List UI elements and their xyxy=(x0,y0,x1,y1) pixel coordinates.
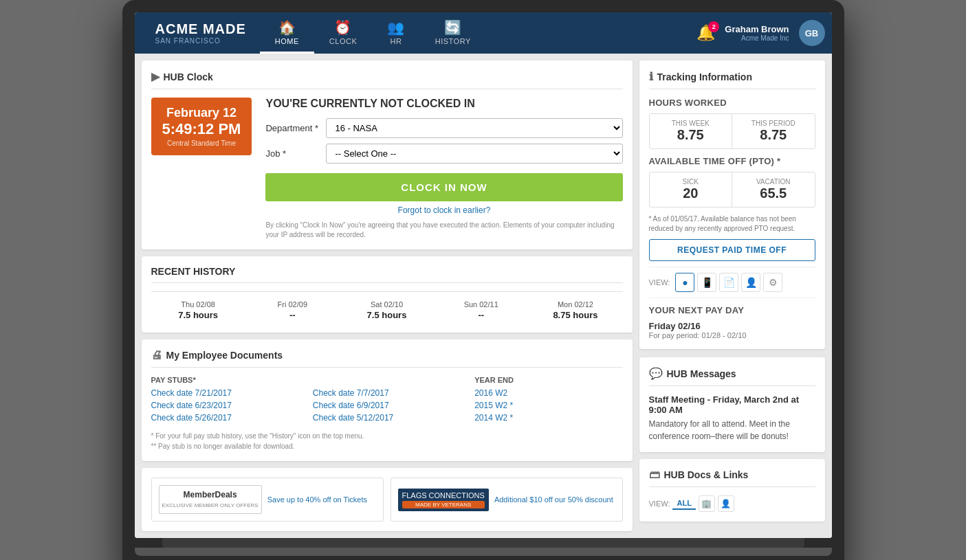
hub-docs-person-btn[interactable]: 👤 xyxy=(718,495,734,512)
docs-icon: 🗃 xyxy=(649,469,660,481)
tracking-label: Tracking Information xyxy=(657,71,752,82)
job-label: Job * xyxy=(265,148,320,159)
hr-icon: 👥 xyxy=(387,19,405,36)
hub-messages-label: HUB Messages xyxy=(667,368,736,379)
hub-clock-card: ▶ HUB Clock February 12 5:49:12 PM Centr… xyxy=(142,60,633,249)
clock-status: YOU'RE CURRENTLY NOT CLOCKED IN xyxy=(265,98,622,110)
docs-note: * For your full pay stub history, use th… xyxy=(151,431,623,451)
history-hours-2: 7.5 hours xyxy=(342,310,431,320)
sick-value: 20 xyxy=(655,186,727,201)
vacation-value: 65.5 xyxy=(738,186,809,201)
this-week-label: THIS WEEK xyxy=(655,120,727,127)
year-end-2[interactable]: 2014 W2 * xyxy=(474,413,622,423)
view-circle-btn[interactable]: ● xyxy=(675,273,694,292)
promo-row: MemberDeals EXCLUSIVE MEMBER ONLY OFFERS… xyxy=(151,478,623,522)
pay-stubs-label: PAY STUBS* xyxy=(151,376,299,384)
pay-stub-1[interactable]: Check date 7/7/2017 xyxy=(313,388,461,398)
pay-stub-5[interactable]: Check date 5/12/2017 xyxy=(313,413,461,423)
navbar: ACME MADE SAN FRANCISCO 🏠 HOME ⏰ CLOCK 👥… xyxy=(135,12,832,54)
view-gear-btn[interactable]: ⚙ xyxy=(763,273,782,292)
hub-docs-view: VIEW: ALL 🏢 👤 xyxy=(649,495,815,512)
hub-docs-company-btn[interactable]: 🏢 xyxy=(699,495,715,512)
year-end-col: Year End 2016 W2 2015 W2 * 2014 W2 * xyxy=(474,376,622,425)
recent-history-label: RECENT HISTORY xyxy=(151,266,236,277)
hub-clock-label: HUB Clock xyxy=(164,71,213,82)
view-icons: YOUR NEXT PAY DAY VIEW: ● 📱 📄 👤 ⚙ xyxy=(649,273,815,292)
year-end-0[interactable]: 2016 W2 xyxy=(474,388,622,398)
job-row: Job * -- Select One -- xyxy=(265,144,622,164)
history-hours-3: -- xyxy=(437,310,525,320)
docs-note-1: * For your full pay stub history, use th… xyxy=(151,432,364,440)
nav-hr[interactable]: 👥 HR xyxy=(372,12,420,54)
flags-name: FLAGS CONNECTIONS xyxy=(402,491,485,500)
user-company: Acme Made Inc xyxy=(725,34,789,42)
notification-bell[interactable]: 🔔 2 xyxy=(696,24,715,42)
flags-logo: FLAGS CONNECTIONS MADE BY VETERANS xyxy=(398,489,489,511)
clock-icon: ⏰ xyxy=(334,19,352,36)
tracking-title: ℹ Tracking Information xyxy=(649,70,815,89)
left-column: ▶ HUB Clock February 12 5:49:12 PM Centr… xyxy=(142,60,633,531)
year-end-label: Year End xyxy=(474,376,622,384)
nav-history[interactable]: 🔄 HISTORY xyxy=(420,12,486,54)
company-logo: ACME MADE SAN FRANCISCO xyxy=(142,21,260,45)
clock-date: February 12 xyxy=(162,106,241,120)
history-day-0: Thu 02/08 7.5 hours xyxy=(151,298,245,323)
pay-stub-4[interactable]: Check date 5/26/2017 xyxy=(151,413,299,423)
pay-stub-0[interactable]: Check date 7/21/2017 xyxy=(151,388,299,398)
employee-docs-card: 🖨 My Employee Documents PAY STUBS* Check… xyxy=(142,339,633,461)
year-end-1[interactable]: 2015 W2 * xyxy=(474,401,622,410)
this-period-cell: THIS PERIOD 8.75 xyxy=(732,114,815,148)
pay-stub-3[interactable]: Check date 6/9/2017 xyxy=(313,401,461,410)
next-pay-title: YOUR NEXT PAY DAY xyxy=(649,305,815,315)
clock-section: February 12 5:49:12 PM Central Standard … xyxy=(151,98,623,240)
hub-docs-label: HUB Docs & Links xyxy=(664,469,749,480)
history-day-name-4: Mon 02/12 xyxy=(531,300,619,309)
view-doc-btn[interactable]: 📄 xyxy=(719,273,738,292)
this-week-cell: THIS WEEK 8.75 xyxy=(650,114,733,148)
forgot-clock-link[interactable]: Forgot to clock in earlier? xyxy=(265,205,622,215)
pay-stubs-col1: PAY STUBS* Check date 7/21/2017 Check da… xyxy=(151,376,299,425)
right-column: ℹ Tracking Information HOURS WORKED THIS… xyxy=(639,60,825,531)
user-name: Graham Brown xyxy=(725,24,789,34)
history-row: Thu 02/08 7.5 hours Fri 02/09 -- Sat 02/… xyxy=(151,291,623,323)
view-icons-label: VIEW: xyxy=(649,278,670,287)
this-week-value: 8.75 xyxy=(655,127,727,143)
clock-in-button[interactable]: CLOCK IN NOW xyxy=(265,173,622,201)
nav-home[interactable]: 🏠 HOME xyxy=(260,12,314,54)
user-info: Graham Brown Acme Made Inc xyxy=(725,24,789,42)
hub-messages-card: 💬 HUB Messages Staff Meeting - Friday, M… xyxy=(639,357,825,452)
history-icon: 🔄 xyxy=(444,19,462,36)
view-phone-btn[interactable]: 📱 xyxy=(697,273,716,292)
pay-stub-2[interactable]: Check date 6/23/2017 xyxy=(151,401,299,410)
history-day-4: Mon 02/12 8.75 hours xyxy=(528,298,622,323)
this-period-value: 8.75 xyxy=(738,127,809,143)
main-content: ▶ HUB Clock February 12 5:49:12 PM Centr… xyxy=(135,54,832,538)
job-select[interactable]: -- Select One -- xyxy=(326,144,622,164)
sick-label: SICK xyxy=(655,178,727,186)
department-select[interactable]: 16 - NASA xyxy=(326,118,622,138)
pay-stubs-col2: PAY STUBS* Check date 7/7/2017 Check dat… xyxy=(313,376,461,425)
docs-note-2: ** Pay stub is no longer available for d… xyxy=(151,443,295,450)
avatar[interactable]: GB xyxy=(799,20,825,46)
promo-memberdeals[interactable]: MemberDeals EXCLUSIVE MEMBER ONLY OFFERS… xyxy=(151,478,384,522)
flags-text: Additional $10 off our 50% discount xyxy=(494,495,613,504)
promo-flags[interactable]: FLAGS CONNECTIONS MADE BY VETERANS Addit… xyxy=(391,478,623,522)
history-hours-1: -- xyxy=(248,310,337,320)
hub-docs-all-tab[interactable]: ALL xyxy=(672,497,695,510)
docs-grid: PAY STUBS* Check date 7/21/2017 Check da… xyxy=(151,376,623,425)
hub-messages-title: 💬 HUB Messages xyxy=(649,367,815,386)
clock-form: YOU'RE CURRENTLY NOT CLOCKED IN Departme… xyxy=(265,98,622,240)
memberdeals-name: MemberDeals xyxy=(184,490,237,500)
view-person-btn[interactable]: 👤 xyxy=(741,273,760,292)
memberdeals-logo: MemberDeals EXCLUSIVE MEMBER ONLY OFFERS xyxy=(159,485,262,514)
company-name: ACME MADE xyxy=(155,21,246,37)
nav-hr-label: HR xyxy=(391,37,402,45)
nav-history-label: HISTORY xyxy=(435,37,471,45)
history-day-3: Sun 02/11 -- xyxy=(434,298,528,323)
clock-card-icon: ▶ xyxy=(151,70,160,83)
nav-clock[interactable]: ⏰ CLOCK xyxy=(314,12,372,54)
request-pto-button[interactable]: REQUEST PAID TIME OFF xyxy=(649,239,815,261)
history-day-name-2: Sat 02/10 xyxy=(342,300,431,309)
home-icon: 🏠 xyxy=(278,19,296,36)
clock-timezone: Central Standard Time xyxy=(162,139,241,147)
